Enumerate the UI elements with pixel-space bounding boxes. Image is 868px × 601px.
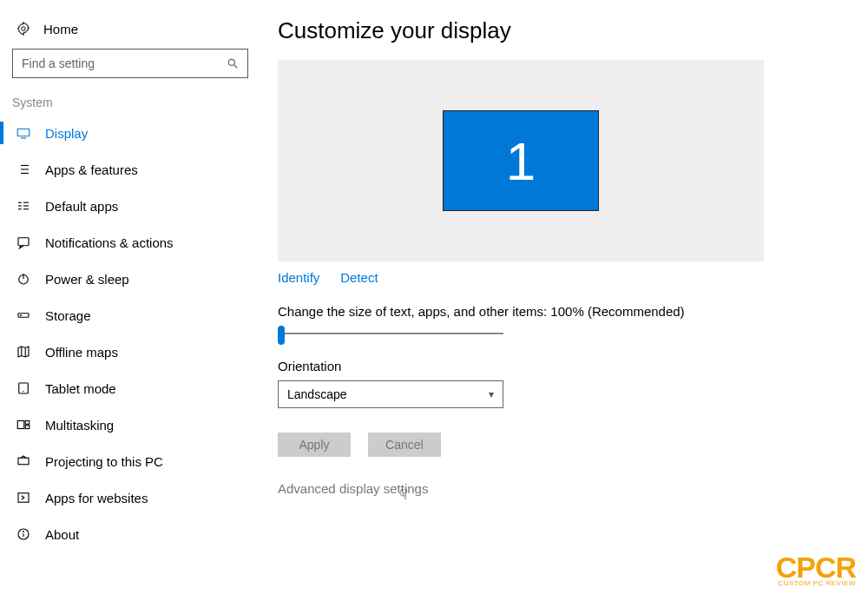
monitor-tile-1[interactable]: 1 [443, 110, 599, 211]
home-row[interactable]: Home [9, 16, 252, 49]
power-icon [16, 271, 31, 287]
sidebar-item-offline-maps[interactable]: Offline maps [9, 334, 252, 370]
svg-rect-20 [18, 314, 29, 318]
sidebar-item-display[interactable]: Display [9, 115, 252, 151]
nav-label: Multitasking [45, 418, 114, 433]
svg-line-2 [234, 65, 238, 69]
scale-label: Change the size of text, apps, and other… [278, 304, 842, 319]
info-icon [16, 526, 31, 542]
nav-label: Apps & features [45, 162, 138, 177]
watermark-logo: CPCR CUSTOM PC REVIEW [776, 552, 856, 587]
search-input[interactable]: Find a setting [12, 49, 248, 78]
watermark-tagline: CUSTOM PC REVIEW [776, 580, 856, 587]
nav-label: Display [45, 126, 88, 141]
storage-icon [16, 307, 31, 323]
sidebar-item-notifications[interactable]: Notifications & actions [9, 224, 252, 261]
svg-point-21 [21, 315, 22, 316]
section-label: System [9, 87, 252, 115]
nav-label: About [45, 527, 79, 542]
detect-link[interactable]: Detect [340, 270, 378, 285]
identify-link[interactable]: Identify [278, 270, 319, 285]
sidebar-item-default-apps[interactable]: Default apps [9, 188, 252, 224]
nav-label: Notifications & actions [45, 235, 174, 250]
search-placeholder: Find a setting [22, 56, 95, 70]
chevron-down-icon: ▾ [489, 388, 494, 400]
project-icon [16, 453, 31, 469]
nav-label: Default apps [45, 199, 118, 214]
nav-label: Tablet mode [45, 381, 116, 396]
nav-label: Power & sleep [45, 272, 129, 287]
search-icon [227, 57, 239, 69]
main-content: Customize your display 1 Identify Detect… [260, 0, 868, 601]
sidebar-item-apps-features[interactable]: Apps & features [9, 151, 252, 188]
svg-rect-29 [18, 458, 29, 465]
button-row: Apply Cancel [278, 433, 842, 457]
map-icon [16, 344, 31, 360]
sidebar-item-tablet-mode[interactable]: Tablet mode [9, 370, 252, 406]
gear-icon [16, 21, 31, 36]
display-icon [16, 125, 31, 141]
apply-button[interactable]: Apply [278, 433, 351, 457]
nav-label: Apps for websites [45, 491, 148, 505]
scale-slider[interactable] [278, 327, 503, 340]
home-label: Home [43, 22, 78, 36]
nav-label: Projecting to this PC [45, 454, 163, 469]
sidebar-item-apps-websites[interactable]: Apps for websites [9, 479, 252, 516]
display-links-row: Identify Detect [278, 270, 842, 285]
page-title: Customize your display [278, 17, 842, 44]
cancel-button[interactable]: Cancel [368, 433, 441, 457]
notification-icon [16, 234, 31, 250]
display-preview-area[interactable]: 1 [278, 60, 764, 261]
apps-web-icon [16, 490, 31, 505]
settings-sidebar: Home Find a setting System Display Apps … [0, 0, 260, 601]
orientation-value: Landscape [287, 387, 347, 401]
svg-rect-17 [18, 238, 29, 246]
cursor-hand-icon: ☟ [399, 486, 408, 503]
sidebar-item-multitasking[interactable]: Multitasking [9, 406, 252, 443]
sidebar-item-about[interactable]: About [9, 516, 252, 552]
svg-point-0 [22, 27, 26, 31]
advanced-display-link[interactable]: Advanced display settings ☟ [278, 481, 428, 496]
svg-point-33 [23, 532, 24, 532]
nav-label: Storage [45, 308, 91, 323]
monitor-number: 1 [506, 130, 536, 192]
svg-point-1 [228, 59, 234, 65]
svg-rect-28 [25, 426, 30, 429]
sidebar-item-projecting[interactable]: Projecting to this PC [9, 443, 252, 479]
orientation-label: Orientation [278, 359, 842, 373]
multitask-icon [16, 417, 31, 433]
nav-label: Offline maps [45, 345, 118, 360]
sidebar-item-power-sleep[interactable]: Power & sleep [9, 261, 252, 297]
svg-rect-3 [17, 129, 30, 136]
svg-rect-27 [25, 421, 30, 425]
list-icon [16, 162, 31, 177]
tablet-icon [16, 380, 31, 396]
sidebar-item-storage[interactable]: Storage [9, 297, 252, 334]
slider-thumb[interactable] [278, 326, 285, 345]
default-apps-icon [16, 198, 31, 214]
svg-rect-26 [17, 421, 24, 429]
orientation-select[interactable]: Landscape ▾ [278, 380, 503, 408]
slider-track [283, 333, 503, 334]
